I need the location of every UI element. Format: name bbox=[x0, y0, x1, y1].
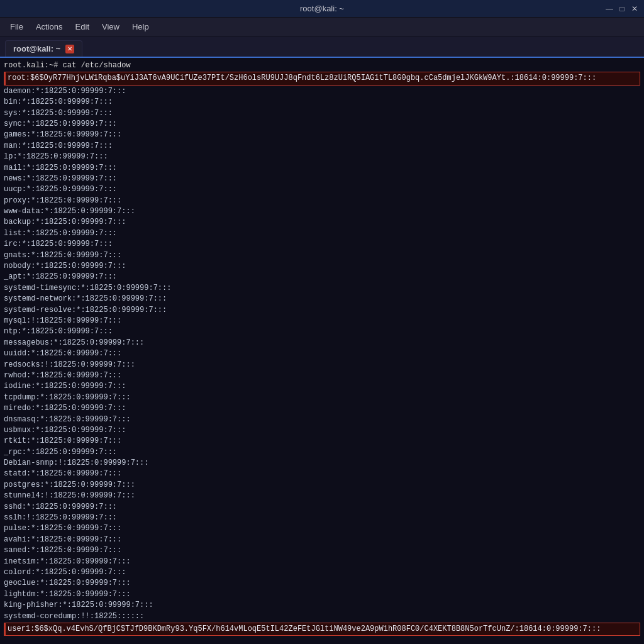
shadow-line: ntp:*:18225:0:99999:7::: bbox=[4, 327, 113, 336]
shadow-line: statd:*:18225:0:99999:7::: bbox=[4, 469, 121, 478]
shadow-lines: daemon:*:18225:0:99999:7:::bin:*:18225:0… bbox=[4, 86, 640, 622]
close-button[interactable]: ✕ bbox=[630, 4, 639, 13]
window-controls: — □ ✕ bbox=[605, 4, 639, 13]
shadow-line: colord:*:18225:0:99999:7::: bbox=[4, 568, 126, 577]
shadow-line: games:*:18225:0:99999:7::: bbox=[4, 130, 121, 139]
shadow-line: bin:*:18225:0:99999:7::: bbox=[4, 97, 113, 106]
shadow-line: miredo:*:18225:0:99999:7::: bbox=[4, 404, 126, 413]
tab-label: root@kali: ~ bbox=[13, 44, 60, 53]
user-hash-lines: user1:$6$xQq.v4EvhS/QfBjC$TJfD9BKDmRy93.… bbox=[4, 623, 640, 644]
tab-bar: root@kali: ~ ✕ bbox=[0, 36, 644, 58]
shadow-line: sync:*:18225:0:99999:7::: bbox=[4, 119, 117, 128]
shadow-line: sshd:*:18225:0:99999:7::: bbox=[4, 502, 117, 511]
shadow-line: pulse:*:18225:0:99999:7::: bbox=[4, 524, 121, 533]
shadow-line: systemd-network:*:18225:0:99999:7::: bbox=[4, 294, 167, 303]
shadow-line: mail:*:18225:0:99999:7::: bbox=[4, 164, 117, 172]
shadow-line: _apt:*:18225:0:99999:7::: bbox=[4, 272, 117, 281]
root-hash-line: root:$6$OyR77HhjvLW1Rqba$uYiJ3AT6vA9UCif… bbox=[4, 72, 640, 85]
minimize-button[interactable]: — bbox=[605, 4, 614, 13]
shadow-line: gnats:*:18225:0:99999:7::: bbox=[4, 251, 121, 260]
shadow-line: proxy:*:18225:0:99999:7::: bbox=[4, 196, 121, 205]
menu-file[interactable]: File bbox=[5, 21, 28, 33]
menu-view[interactable]: View bbox=[97, 21, 125, 33]
shadow-line: rtkit:*:18225:0:99999:7::: bbox=[4, 436, 121, 445]
shadow-line: list:*:18225:0:99999:7::: bbox=[4, 229, 117, 238]
terminal-tab[interactable]: root@kali: ~ ✕ bbox=[5, 40, 82, 57]
shadow-line: backup:*:18225:0:99999:7::: bbox=[4, 218, 126, 226]
shadow-line: stunnel4:!:18225:0:99999:7::: bbox=[4, 491, 135, 500]
shadow-line: sslh:!:18225:0:99999:7::: bbox=[4, 513, 117, 522]
shadow-line: iodine:*:18225:0:99999:7::: bbox=[4, 382, 126, 391]
shadow-line: redsocks:!:18225:0:99999:7::: bbox=[4, 360, 135, 369]
tab-close-button[interactable]: ✕ bbox=[65, 45, 74, 53]
shadow-line: news:*:18225:0:99999:7::: bbox=[4, 174, 117, 183]
user-hash-line-1: user1:$6$xQq.v4EvhS/QfBjC$TJfD9BKDmRy93.… bbox=[4, 623, 640, 636]
shadow-line: postgres:*:18225:0:99999:7::: bbox=[4, 480, 135, 489]
shadow-line: www-data:*:18225:0:99999:7::: bbox=[4, 207, 135, 216]
shadow-line: uucp:*:18225:0:99999:7::: bbox=[4, 185, 117, 194]
shadow-line: lp:*:18225:0:99999:7::: bbox=[4, 152, 108, 161]
shadow-line: daemon:*:18225:0:99999:7::: bbox=[4, 87, 126, 96]
shadow-line: man:*:18225:0:99999:7::: bbox=[4, 142, 113, 150]
shadow-line: nobody:*:18225:0:99999:7::: bbox=[4, 262, 126, 270]
shadow-line: uuidd:*:18225:0:99999:7::: bbox=[4, 349, 121, 358]
menu-bar: File Actions Edit View Help bbox=[0, 18, 644, 36]
shadow-line: dnsmasq:*:18225:0:99999:7::: bbox=[4, 415, 131, 424]
shadow-line: Debian-snmp:!:18225:0:99999:7::: bbox=[4, 458, 148, 467]
shadow-line: sys:*:18225:0:99999:7::: bbox=[4, 109, 113, 118]
shadow-line: geoclue:*:18225:0:99999:7::: bbox=[4, 579, 131, 587]
prompt-line: root.kali:~# cat /etc/shadow bbox=[4, 61, 131, 70]
shadow-line: messagebus:*:18225:0:99999:7::: bbox=[4, 338, 144, 347]
shadow-line: usbmux:*:18225:0:99999:7::: bbox=[4, 426, 126, 435]
shadow-line: systemd-coredump:!!:18225:::::: bbox=[4, 612, 144, 621]
shadow-line: systemd-resolve:*:18225:0:99999:7::: bbox=[4, 306, 167, 314]
shadow-line: lightdm:*:18225:0:99999:7::: bbox=[4, 590, 131, 599]
menu-help[interactable]: Help bbox=[127, 21, 154, 33]
menu-actions[interactable]: Actions bbox=[31, 21, 68, 33]
shadow-line: _rpc:*:18225:0:99999:7::: bbox=[4, 448, 117, 457]
shadow-line: king-phisher:*:18225:0:99999:7::: bbox=[4, 601, 153, 609]
shadow-line: tcpdump:*:18225:0:99999:7::: bbox=[4, 393, 131, 402]
title-bar: root@kali: ~ — □ ✕ bbox=[0, 0, 644, 18]
shadow-line: inetsim:*:18225:0:99999:7::: bbox=[4, 557, 131, 566]
shadow-line: avahi:*:18225:0:99999:7::: bbox=[4, 535, 121, 544]
shadow-line: systemd-timesync:*:18225:0:99999:7::: bbox=[4, 284, 171, 292]
shadow-line: rwhod:*:18225:0:99999:7::: bbox=[4, 371, 121, 380]
shadow-line: irc:*:18225:0:99999:7::: bbox=[4, 240, 113, 248]
window-title: root@kali: ~ bbox=[300, 4, 344, 13]
terminal-area[interactable]: root.kali:~# cat /etc/shadow root:$6$OyR… bbox=[0, 58, 644, 644]
menu-edit[interactable]: Edit bbox=[70, 21, 94, 33]
maximize-button[interactable]: □ bbox=[618, 4, 626, 13]
shadow-line: saned:*:18225:0:99999:7::: bbox=[4, 546, 121, 555]
shadow-line: mysql:!:18225:0:99999:7::: bbox=[4, 316, 121, 325]
